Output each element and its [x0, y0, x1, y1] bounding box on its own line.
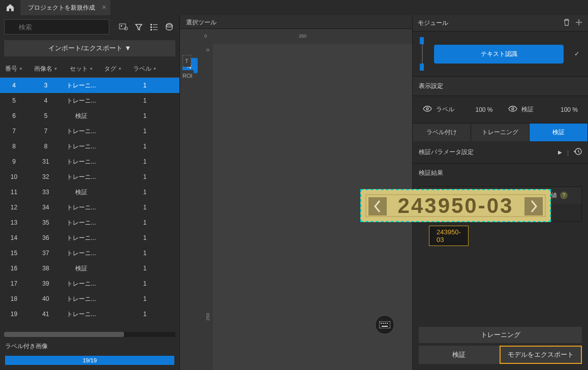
topbar: プロジェクトを新規作成 × [0, 0, 588, 15]
module-title: モジュール [418, 19, 563, 27]
col-tag[interactable]: タグ▼ [99, 60, 127, 77]
svg-rect-6 [150, 26, 152, 28]
verify-toggle: 検証 [521, 105, 534, 114]
add-icon[interactable] [575, 18, 583, 28]
expand-icon[interactable]: ▶ [558, 149, 562, 155]
result-title: 検証結果 [413, 164, 588, 182]
svg-rect-5 [153, 24, 158, 25]
svg-rect-12 [381, 323, 382, 324]
ocr-result-label: 243950-03 [429, 226, 469, 246]
col-label[interactable]: ラベル▼ [127, 60, 163, 77]
ruler-horizontal: 0 250 [203, 34, 412, 44]
col-img[interactable]: 画像名▼ [28, 60, 64, 77]
verify-button[interactable]: 検証 [419, 346, 500, 364]
help-icon[interactable]: ? [560, 192, 568, 199]
filter-icon[interactable] [133, 21, 145, 33]
ruler-vertical: 0 250 [203, 44, 213, 370]
svg-rect-4 [150, 24, 152, 25]
display-settings-title: 表示設定 [413, 76, 588, 96]
tab-title: プロジェクトを新規作成 [28, 4, 95, 12]
progress-text: 19/19 [5, 356, 174, 365]
ocr-text: 243950-03 [398, 194, 514, 218]
svg-rect-16 [382, 326, 388, 327]
table-row[interactable]: 1234トレーニ...1 [0, 200, 179, 215]
table-row[interactable]: 1436トレーニ...1 [0, 230, 179, 245]
project-tab[interactable]: プロジェクトを新規作成 × [20, 0, 110, 15]
col-num[interactable]: 番号▼ [0, 60, 28, 77]
svg-point-18 [512, 108, 514, 110]
table-row[interactable]: 931トレーニ...1 [0, 154, 179, 169]
list-icon[interactable] [148, 21, 160, 33]
mode-tabs: ラベル付け トレーニング 検証 [413, 123, 588, 141]
svg-rect-7 [153, 27, 158, 27]
verify-pct: 100 % [561, 106, 578, 113]
text-recognition-module[interactable]: テキスト認識 [434, 45, 564, 64]
home-icon[interactable] [0, 0, 20, 15]
h-scrollbar[interactable] [4, 332, 175, 337]
svg-point-17 [426, 108, 428, 110]
text-tool-label[interactable]: T [182, 55, 191, 67]
table-row[interactable]: 1133検証1 [0, 184, 179, 200]
keyboard-icon[interactable] [375, 315, 394, 334]
eye-icon[interactable] [423, 106, 432, 113]
image-settings-icon[interactable] [117, 21, 130, 33]
table-row[interactable]: 1638検証1 [0, 261, 179, 276]
ocr-image[interactable]: 243950-03 [360, 189, 551, 222]
table-row[interactable]: 43トレーニ...1 [0, 78, 179, 93]
svg-rect-8 [150, 29, 152, 30]
table-row[interactable]: 88トレーニ...1 [0, 139, 179, 154]
table-row[interactable]: 1739トレーニ...1 [0, 276, 179, 291]
table-body[interactable]: 43トレーニ...154トレーニ...165検証177トレーニ...188トレー… [0, 78, 179, 332]
camera-icon[interactable] [163, 21, 175, 33]
table-row[interactable]: 54トレーニ...1 [0, 93, 179, 108]
prev-image-icon[interactable] [368, 197, 387, 215]
table-row[interactable]: 1537トレーニ...1 [0, 245, 179, 261]
left-panel: インポート/エクスポート ▼ 番号▼ 画像名▼ セット▼ タグ▼ ラベル▼ 43… [0, 15, 179, 370]
svg-rect-15 [387, 323, 388, 324]
tab-labeling[interactable]: ラベル付け [413, 124, 471, 141]
svg-rect-11 [379, 321, 390, 328]
search-wrap [4, 19, 114, 35]
progress-bar: 19/19 [5, 356, 174, 365]
history-icon[interactable] [574, 147, 582, 157]
labeled-images-title: ラベル付き画像 [5, 342, 174, 351]
canvas-panel: 選択ツール T ROI 0 250 0 250 243950-03 243950… [179, 15, 413, 370]
tab-training[interactable]: トレーニング [471, 124, 530, 141]
trash-icon[interactable] [563, 18, 571, 28]
check-icon[interactable]: ✓ [571, 50, 583, 57]
close-icon[interactable]: × [102, 3, 106, 11]
svg-rect-14 [385, 323, 386, 324]
svg-rect-13 [383, 323, 384, 324]
roi-label[interactable]: ROI [182, 70, 194, 81]
col-set[interactable]: セット▼ [64, 60, 99, 77]
export-model-button[interactable]: モデルをエクスポート [500, 346, 582, 364]
training-button[interactable]: トレーニング [419, 327, 582, 343]
table-row[interactable]: 65検証1 [0, 108, 179, 124]
tab-verify[interactable]: 検証 [530, 124, 588, 141]
eye-icon[interactable] [508, 106, 517, 113]
svg-point-3 [125, 27, 128, 30]
table-header: 番号▼ 画像名▼ セット▼ タグ▼ ラベル▼ [0, 60, 179, 78]
svg-rect-9 [153, 29, 158, 30]
svg-point-2 [121, 25, 122, 27]
label-pct: 100 % [475, 106, 492, 113]
table-row[interactable]: 1032トレーニ...1 [0, 169, 179, 184]
import-export-button[interactable]: インポート/エクスポート ▼ [4, 40, 175, 56]
module-slider[interactable] [418, 39, 427, 69]
table-row[interactable]: 1335トレーニ...1 [0, 215, 179, 230]
table-row[interactable]: 1941トレーニ...1 [0, 306, 179, 322]
svg-point-10 [166, 25, 172, 27]
tool-title: 選択ツール [180, 15, 412, 29]
table-row[interactable]: 1840トレーニ...1 [0, 291, 179, 306]
param-title: 検証パラメータ設定 [419, 148, 474, 157]
table-row[interactable]: 77トレーニ...1 [0, 124, 179, 139]
label-toggle: ラベル [436, 105, 454, 114]
search-input[interactable] [4, 19, 109, 35]
next-image-icon[interactable] [524, 197, 543, 215]
